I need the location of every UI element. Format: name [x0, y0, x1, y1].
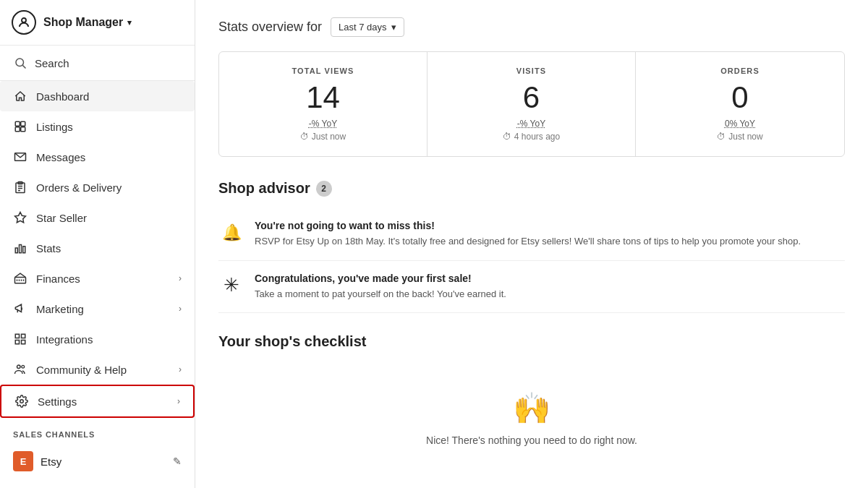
stat-time-total-views: ⏱ Just now	[237, 132, 409, 142]
shop-advisor-section: Shop advisor 2 🔔 You're not going to wan…	[218, 180, 845, 313]
settings-label: Settings	[38, 395, 169, 408]
marketing-arrow: ›	[179, 304, 182, 314]
stat-yoy-orders: 0% YoY	[653, 119, 827, 129]
grid-icon	[13, 332, 27, 346]
svg-rect-14	[15, 248, 17, 253]
people-icon	[13, 362, 27, 377]
svg-rect-23	[15, 334, 19, 338]
sidebar-item-listings[interactable]: Listings	[0, 111, 195, 142]
sidebar-item-star-seller[interactable]: Star Seller	[0, 202, 195, 233]
search-item[interactable]: Search	[0, 46, 195, 81]
stat-card-visits: VISITS 6 -% YoY ⏱ 4 hours ago	[427, 52, 636, 156]
sales-channels-section: SALES CHANNELS	[0, 418, 195, 444]
sidebar-item-community[interactable]: Community & Help ›	[0, 354, 195, 385]
messages-label: Messages	[36, 151, 182, 163]
megaphone-icon	[13, 301, 27, 316]
sidebar-item-orders[interactable]: Orders & Delivery	[0, 172, 195, 202]
stat-card-orders: ORDERS 0 0% YoY ⏱ Just now	[636, 52, 844, 156]
sidebar-item-dashboard[interactable]: Dashboard	[0, 81, 195, 111]
sidebar-item-finances[interactable]: Finances ›	[0, 263, 195, 294]
main-content: Stats overview for Last 7 days ▾ TOTAL V…	[195, 0, 868, 488]
advisor-item-1[interactable]: ✳ Congratulations, you've made your firs…	[218, 261, 845, 314]
finances-arrow: ›	[179, 273, 182, 283]
envelope-icon	[13, 150, 27, 164]
advisor-item-0[interactable]: 🔔 You're not going to want to miss this!…	[218, 208, 845, 261]
svg-rect-6	[21, 127, 25, 132]
stat-label-total-views: TOTAL VIEWS	[237, 67, 409, 75]
sidebar-nav: Dashboard Listings Message	[0, 81, 195, 418]
checklist-empty-text: Nice! There's nothing you need to do rig…	[426, 435, 637, 446]
advisor-title-1: Congratulations, you've made your first …	[255, 273, 506, 284]
period-chevron-icon: ▾	[391, 22, 396, 33]
sidebar-item-stats[interactable]: Stats	[0, 233, 195, 263]
checklist-title: Your shop's checklist	[218, 333, 845, 350]
svg-rect-15	[20, 245, 22, 253]
etsy-badge: E	[13, 451, 33, 471]
shop-manager-icon	[12, 10, 36, 35]
home-icon	[13, 89, 27, 103]
checklist-empty-state: 🙌 Nice! There's nothing you need to do r…	[218, 361, 845, 475]
dashboard-label: Dashboard	[36, 90, 182, 103]
svg-rect-4	[21, 121, 25, 126]
period-selector[interactable]: Last 7 days ▾	[331, 17, 404, 37]
sales-channels-label: SALES CHANNELS	[13, 430, 95, 439]
svg-line-2	[22, 65, 25, 68]
advisor-desc-0: RSVP for Etsy Up on 18th May. It's total…	[255, 234, 801, 249]
settings-arrow: ›	[177, 396, 180, 406]
stat-value-total-views: 14	[237, 81, 409, 114]
shop-manager-header[interactable]: Shop Manager ▾	[0, 0, 195, 46]
stats-header: Stats overview for Last 7 days ▾	[218, 17, 845, 37]
sparkle-icon: ✳	[218, 273, 244, 299]
stats-label: Stats	[36, 242, 182, 254]
gear-icon	[14, 394, 29, 408]
etsy-channel: E Etsy ✎	[0, 444, 195, 479]
advisor-content-1: Congratulations, you've made your first …	[255, 273, 506, 301]
stats-cards: TOTAL VIEWS 14 -% YoY ⏱ Just now VISITS …	[218, 51, 845, 157]
stat-value-visits: 6	[445, 81, 618, 114]
svg-point-1	[16, 59, 24, 67]
tag-icon	[13, 119, 27, 134]
svg-point-0	[22, 18, 26, 22]
svg-point-27	[17, 365, 21, 369]
checklist-section: Your shop's checklist 🙌 Nice! There's no…	[218, 333, 845, 475]
stat-time-visits: ⏱ 4 hours ago	[445, 132, 618, 142]
checklist-hands-icon: 🙌	[513, 390, 550, 426]
clipboard-icon	[13, 180, 27, 194]
svg-point-29	[20, 400, 24, 403]
svg-rect-5	[15, 127, 20, 132]
svg-rect-24	[22, 334, 25, 338]
stat-value-orders: 0	[653, 81, 827, 114]
sidebar: Shop Manager ▾ Search Dashboard	[0, 0, 195, 488]
advisor-content-0: You're not going to want to miss this! R…	[255, 220, 801, 249]
period-label: Last 7 days	[339, 22, 387, 33]
edit-icon[interactable]: ✎	[173, 455, 182, 467]
advisor-title-0: You're not going to want to miss this!	[255, 220, 801, 231]
sidebar-item-marketing[interactable]: Marketing ›	[0, 294, 195, 324]
svg-point-28	[22, 365, 25, 368]
advisor-badge: 2	[316, 181, 332, 197]
svg-rect-3	[15, 121, 20, 126]
clock-icon-views: ⏱	[300, 132, 309, 142]
svg-marker-13	[15, 213, 26, 223]
stat-yoy-total-views: -% YoY	[237, 119, 409, 129]
svg-rect-26	[22, 341, 25, 344]
chevron-down-icon: ▾	[127, 18, 132, 27]
sidebar-item-settings[interactable]: Settings ›	[0, 385, 195, 418]
orders-label: Orders & Delivery	[36, 181, 182, 194]
bell-icon: 🔔	[218, 220, 244, 246]
bar-chart-icon	[13, 241, 27, 255]
clock-icon-orders: ⏱	[717, 132, 726, 142]
community-label: Community & Help	[36, 364, 170, 376]
star-seller-label: Star Seller	[36, 212, 182, 224]
search-icon	[13, 56, 27, 70]
search-label: Search	[35, 57, 69, 69]
stat-yoy-visits: -% YoY	[445, 119, 618, 129]
sidebar-item-integrations[interactable]: Integrations	[0, 324, 195, 354]
stat-label-orders: ORDERS	[653, 67, 827, 75]
integrations-label: Integrations	[36, 333, 182, 346]
svg-rect-25	[15, 341, 19, 344]
advisor-desc-1: Take a moment to pat yourself on the bac…	[255, 287, 506, 301]
sidebar-item-messages[interactable]: Messages	[0, 142, 195, 172]
shop-manager-title: Shop Manager ▾	[43, 16, 132, 29]
stat-time-orders: ⏱ Just now	[653, 132, 827, 142]
